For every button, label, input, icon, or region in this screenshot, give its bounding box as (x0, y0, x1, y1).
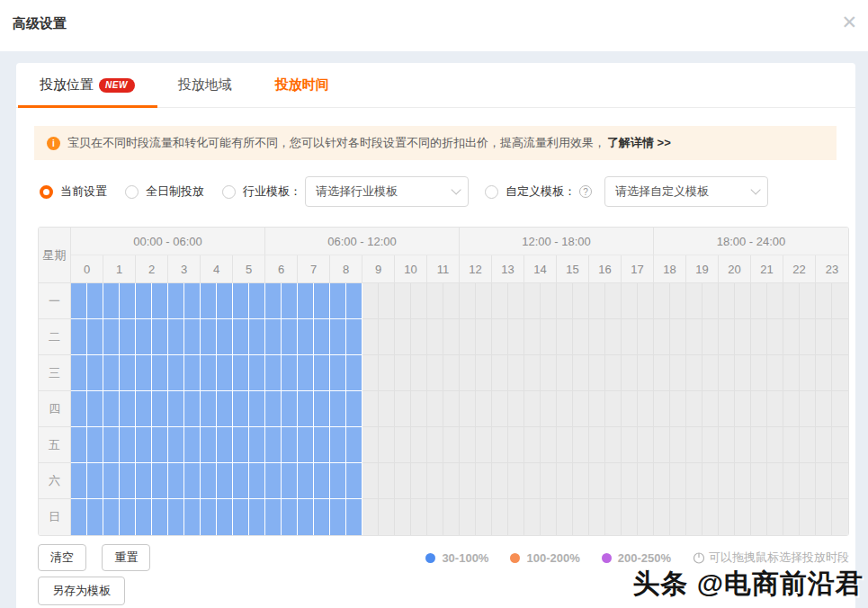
schedule-cell[interactable] (184, 463, 201, 499)
schedule-cell[interactable] (735, 463, 751, 499)
schedule-cell[interactable] (751, 427, 767, 463)
schedule-cell[interactable] (184, 319, 201, 355)
schedule-cell[interactable] (411, 355, 427, 391)
clear-button[interactable]: 清空 (38, 544, 86, 571)
schedule-cell[interactable] (265, 499, 282, 535)
schedule-cell[interactable] (832, 391, 848, 427)
schedule-cell[interactable] (217, 391, 233, 427)
schedule-cell[interactable] (217, 319, 233, 355)
schedule-cell[interactable] (541, 283, 557, 319)
schedule-cell[interactable] (622, 463, 638, 499)
schedule-cell[interactable] (265, 463, 282, 499)
schedule-cell[interactable] (638, 391, 654, 427)
schedule-cell[interactable] (71, 391, 87, 427)
schedule-cell[interactable] (379, 463, 395, 499)
schedule-cell[interactable] (120, 427, 136, 463)
schedule-cell[interactable] (719, 355, 735, 391)
schedule-cell[interactable] (541, 499, 557, 535)
schedule-cell[interactable] (557, 391, 573, 427)
schedule-cell[interactable] (702, 355, 719, 391)
schedule-cell[interactable] (443, 391, 460, 427)
radio-custom-template[interactable]: 自定义模板： (485, 183, 576, 200)
schedule-cell[interactable] (557, 355, 573, 391)
schedule-cell[interactable] (217, 355, 233, 391)
schedule-cell[interactable] (605, 463, 622, 499)
schedule-cell[interactable] (330, 463, 346, 499)
schedule-cell[interactable] (460, 283, 476, 319)
schedule-cell[interactable] (573, 427, 589, 463)
schedule-cell[interactable] (767, 499, 783, 535)
schedule-cell[interactable] (330, 355, 346, 391)
schedule-cell[interactable] (654, 283, 670, 319)
schedule-cell[interactable] (767, 463, 783, 499)
schedule-cell[interactable] (71, 283, 87, 319)
schedule-cell[interactable] (87, 355, 103, 391)
schedule-cell[interactable] (670, 463, 686, 499)
schedule-cell[interactable] (168, 355, 184, 391)
schedule-cell[interactable] (265, 427, 282, 463)
schedule-cell[interactable] (476, 355, 492, 391)
schedule-cell[interactable] (152, 319, 168, 355)
schedule-cell[interactable] (217, 283, 233, 319)
schedule-cell[interactable] (719, 391, 735, 427)
schedule-cell[interactable] (589, 355, 605, 391)
schedule-cell[interactable] (152, 283, 168, 319)
schedule-cell[interactable] (184, 427, 201, 463)
schedule-cell[interactable] (557, 283, 573, 319)
schedule-cell[interactable] (71, 427, 87, 463)
schedule-cell[interactable] (622, 427, 638, 463)
schedule-cell[interactable] (541, 319, 557, 355)
schedule-cell[interactable] (735, 319, 751, 355)
schedule-cell[interactable] (346, 427, 362, 463)
schedule-cell[interactable] (249, 283, 265, 319)
schedule-cell[interactable] (541, 427, 557, 463)
schedule-cell[interactable] (670, 319, 686, 355)
schedule-cell[interactable] (541, 355, 557, 391)
schedule-cell[interactable] (362, 499, 379, 535)
schedule-cell[interactable] (767, 355, 783, 391)
schedule-cell[interactable] (605, 427, 622, 463)
schedule-cell[interactable] (379, 427, 395, 463)
schedule-cell[interactable] (395, 319, 411, 355)
schedule-cell[interactable] (735, 427, 751, 463)
schedule-cell[interactable] (605, 499, 622, 535)
schedule-cell[interactable] (524, 427, 541, 463)
schedule-cell[interactable] (282, 499, 298, 535)
schedule-cell[interactable] (735, 355, 751, 391)
schedule-cell[interactable] (573, 319, 589, 355)
schedule-cell[interactable] (136, 463, 152, 499)
schedule-cell[interactable] (379, 319, 395, 355)
schedule-cell[interactable] (298, 427, 314, 463)
schedule-cell[interactable] (87, 391, 103, 427)
schedule-cell[interactable] (541, 391, 557, 427)
schedule-cell[interactable] (557, 499, 573, 535)
schedule-cell[interactable] (816, 499, 832, 535)
schedule-cell[interactable] (589, 463, 605, 499)
schedule-cell[interactable] (233, 283, 249, 319)
schedule-cell[interactable] (622, 319, 638, 355)
schedule-cell[interactable] (702, 463, 719, 499)
schedule-cell[interactable] (573, 499, 589, 535)
schedule-cell[interactable] (362, 283, 379, 319)
schedule-cell[interactable] (136, 319, 152, 355)
schedule-cell[interactable] (702, 499, 719, 535)
schedule-cell[interactable] (217, 427, 233, 463)
schedule-cell[interactable] (670, 427, 686, 463)
schedule-cell[interactable] (201, 355, 217, 391)
radio-current-settings[interactable]: 当前设置 (40, 183, 107, 200)
schedule-cell[interactable] (832, 427, 848, 463)
schedule-cell[interactable] (783, 355, 800, 391)
schedule-cell[interactable] (362, 319, 379, 355)
schedule-cell[interactable] (87, 319, 103, 355)
schedule-cell[interactable] (800, 283, 816, 319)
schedule-cell[interactable] (152, 391, 168, 427)
schedule-cell[interactable] (670, 283, 686, 319)
schedule-cell[interactable] (395, 499, 411, 535)
schedule-cell[interactable] (136, 391, 152, 427)
schedule-cell[interactable] (654, 463, 670, 499)
schedule-cell[interactable] (87, 463, 103, 499)
radio-industry-template[interactable]: 行业模板： (222, 183, 301, 200)
radio-full-day[interactable]: 全日制投放 (125, 183, 204, 200)
schedule-cell[interactable] (136, 499, 152, 535)
schedule-cell[interactable] (638, 319, 654, 355)
